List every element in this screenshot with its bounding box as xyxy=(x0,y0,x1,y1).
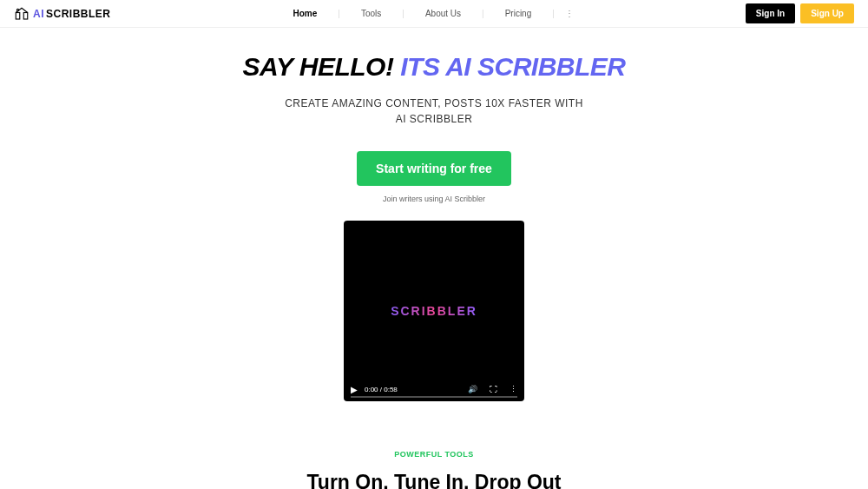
more-icon[interactable]: ⋮ xyxy=(510,385,517,393)
logo[interactable]: AI SCRIBBLER xyxy=(14,6,111,22)
nav-more-icon[interactable]: ⋮ xyxy=(555,9,584,18)
svg-point-2 xyxy=(16,9,18,10)
signin-button[interactable]: Sign In xyxy=(746,3,795,23)
play-icon[interactable]: ▶ xyxy=(351,385,358,394)
main-nav: Home | Tools | About Us | Pricing | ⋮ xyxy=(273,9,584,18)
fullscreen-icon[interactable]: ⛶ xyxy=(490,385,497,393)
hero-subtitle: CREATE AMAZING CONTENT, POSTS 10X FASTER… xyxy=(282,96,586,127)
svg-rect-1 xyxy=(23,12,28,19)
nav-home[interactable]: Home xyxy=(273,9,339,18)
video-progress-bar[interactable] xyxy=(351,396,517,398)
video-logo: SCRIBBLER xyxy=(391,304,477,318)
logo-ai: AI xyxy=(33,8,44,20)
nav-about[interactable]: About Us xyxy=(404,9,482,18)
volume-icon[interactable]: 🔊 xyxy=(468,385,477,393)
nav-tools[interactable]: Tools xyxy=(340,9,402,18)
hero-title-part2: ITS AI SCRIBBLER xyxy=(400,52,625,81)
cta-button[interactable]: Start writing for free xyxy=(357,151,511,186)
hero-title: SAY HELLO! ITS AI SCRIBBLER xyxy=(0,52,868,82)
tools-section: POWERFUL TOOLS Turn On, Tune In, Drop Ou… xyxy=(0,450,868,489)
header: AI SCRIBBLER Home | Tools | About Us | P… xyxy=(0,0,868,28)
logo-icon xyxy=(14,6,30,22)
cta-caption: Join writers using AI Scribbler xyxy=(0,195,868,203)
tools-title: Turn On, Tune In, Drop Out xyxy=(0,471,868,489)
signup-button[interactable]: Sign Up xyxy=(800,3,854,23)
auth-buttons: Sign In Sign Up xyxy=(746,3,854,23)
hero-section: SAY HELLO! ITS AI SCRIBBLER CREATE AMAZI… xyxy=(0,28,868,401)
logo-text: AI SCRIBBLER xyxy=(33,8,111,20)
hero-title-part1: SAY HELLO! xyxy=(243,52,401,81)
logo-scribbler: SCRIBBLER xyxy=(46,8,111,20)
video-time: 0:00 / 0:58 xyxy=(365,386,398,393)
nav-pricing[interactable]: Pricing xyxy=(484,9,553,18)
svg-rect-0 xyxy=(16,12,20,19)
video-controls-right: 🔊 ⛶ ⋮ xyxy=(468,385,517,393)
video-player[interactable]: SCRIBBLER ▶ 0:00 / 0:58 🔊 ⛶ ⋮ xyxy=(344,221,524,401)
tools-label: POWERFUL TOOLS xyxy=(0,450,868,459)
